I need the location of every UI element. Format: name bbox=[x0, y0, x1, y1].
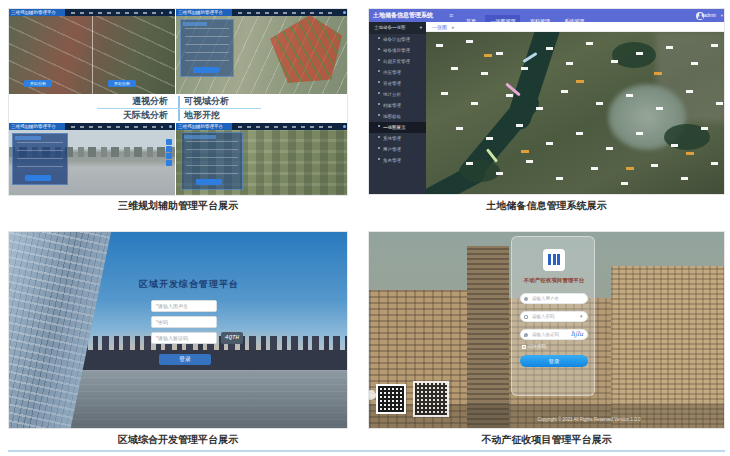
copyright-text: Copyright © 2021 All Rights Reserved Ver… bbox=[449, 417, 725, 422]
tool-button-1[interactable] bbox=[166, 139, 172, 145]
mini-navbar-title: 三维规划辅助管理平台 bbox=[9, 123, 65, 130]
login-button[interactable]: 登录 bbox=[520, 355, 588, 367]
captcha-image[interactable]: hjlu bbox=[566, 329, 588, 340]
label-sightline-analysis: 通视分析 bbox=[9, 95, 175, 108]
panel-run-button[interactable] bbox=[25, 175, 51, 181]
sidebar-item-plan[interactable]: 储备计划管理 bbox=[369, 34, 426, 45]
hamburger-icon[interactable]: ≡ bbox=[449, 9, 453, 22]
tool-button-4[interactable] bbox=[166, 160, 172, 166]
nav-coordinates-placeholder bbox=[71, 12, 163, 14]
sidebar-header[interactable]: 土地储备一张图 ▾ bbox=[369, 22, 426, 34]
login-button[interactable]: 登录 bbox=[159, 354, 211, 365]
user-name: admin bbox=[704, 9, 716, 22]
split-view-divider bbox=[92, 16, 93, 94]
label-skyline-analysis: 天际线分析 bbox=[9, 109, 175, 122]
sidebar-item-onemap[interactable]: 一张图展示 bbox=[369, 122, 426, 133]
breadcrumb-bar: 一张图 ▸ bbox=[426, 22, 725, 32]
panel-header bbox=[15, 136, 41, 140]
remember-checkbox[interactable] bbox=[522, 345, 526, 349]
nav-coordinates-placeholder bbox=[238, 12, 337, 14]
sidebar-item-supply[interactable]: 供应管理 bbox=[369, 67, 426, 78]
sidebar-header-caret-icon: ▾ bbox=[420, 22, 422, 34]
sidebar-item-users[interactable]: 用户管理 bbox=[369, 144, 426, 155]
login-card: 不动产征收项目管理平台 ▾ hjlu 记住密码 登录 bbox=[511, 236, 595, 396]
sidebar-item-predev[interactable]: 前期开发管理 bbox=[369, 56, 426, 67]
quadrant-sightline-analysis: 三维规划辅助管理平台 开始分析 开始分析 bbox=[9, 9, 175, 94]
nav-coordinates-placeholder bbox=[71, 126, 163, 128]
caption-regional-dev: 区域综合开发管理平台展示 bbox=[8, 433, 348, 447]
app-navbar: 土地储备信息管理系统 ≡ 首页 一张图管理 资料管理 系统管理 admin ▾ bbox=[369, 9, 725, 22]
username-input[interactable] bbox=[151, 300, 217, 312]
app-logo bbox=[543, 249, 565, 271]
sidebar-item-project[interactable]: 储备项目管理 bbox=[369, 45, 426, 56]
label-viewshed-analysis: 可视域分析 bbox=[184, 95, 229, 108]
shield-icon bbox=[524, 333, 528, 337]
screenshot-collage-page: 三维规划辅助管理平台 开始分析 开始分析 三维规划辅助管理平台 bbox=[0, 0, 730, 456]
sidebar-item-markup[interactable]: 地图标绘 bbox=[369, 111, 426, 122]
caption-3d-planning: 三维规划辅助管理平台展示 bbox=[8, 199, 348, 213]
map-label-scatter-orange bbox=[484, 54, 492, 57]
analysis-button-right[interactable]: 开始分析 bbox=[108, 80, 136, 87]
mini-navbar: 三维规划辅助管理平台 bbox=[9, 9, 175, 16]
tool-button-2[interactable] bbox=[166, 146, 172, 152]
horizontal-divider bbox=[97, 108, 261, 109]
tool-button-3[interactable] bbox=[166, 153, 172, 159]
user-menu-caret-icon[interactable]: ▾ bbox=[721, 9, 723, 22]
quadrant-skyline-analysis: 三维规划辅助管理平台 bbox=[9, 123, 175, 196]
forest-patch bbox=[460, 160, 500, 182]
terrain-settings-panel bbox=[181, 132, 243, 190]
panel-text-rows bbox=[17, 142, 63, 174]
mini-navbar-title: 三维规划辅助管理平台 bbox=[176, 123, 232, 130]
building-icon bbox=[548, 254, 560, 265]
label-terrain-excavation: 地形开挖 bbox=[184, 109, 220, 122]
mini-navbar-title: 三维规划辅助管理平台 bbox=[9, 9, 65, 16]
user-icon bbox=[524, 297, 528, 301]
satellite-map[interactable] bbox=[426, 32, 725, 195]
mini-navbar-title: 三维规划辅助管理平台 bbox=[176, 9, 232, 16]
analysis-button-left[interactable]: 开始分析 bbox=[24, 80, 52, 87]
panel-3d-planning-platform: 三维规划辅助管理平台 开始分析 开始分析 三维规划辅助管理平台 bbox=[8, 8, 348, 196]
nav-menu-icon[interactable] bbox=[169, 11, 172, 14]
map-tool-stack bbox=[166, 139, 172, 166]
panel-run-button[interactable] bbox=[196, 179, 222, 185]
sidebar-item-archive[interactable]: 档案管理 bbox=[369, 100, 426, 111]
forest-patch bbox=[664, 124, 710, 150]
login-title: 区域开发综合管理平台 bbox=[114, 278, 264, 290]
sidebar-item-roles[interactable]: 角色管理 bbox=[369, 155, 426, 166]
password-input[interactable] bbox=[151, 316, 217, 328]
username-input[interactable] bbox=[520, 293, 588, 304]
sidebar-item-stats[interactable]: 统计分析 bbox=[369, 89, 426, 100]
app-sidebar: 土地储备一张图 ▾ 储备计划管理 储备项目管理 前期开发管理 供应管理 资金管理… bbox=[369, 22, 426, 195]
panel-expropriation-login: 不动产征收项目管理平台 ▾ hjlu 记住密码 登录 Copyright © 2… bbox=[368, 231, 725, 429]
nav-coordinates-placeholder bbox=[238, 126, 337, 128]
panel-run-button[interactable] bbox=[193, 67, 219, 73]
breadcrumb[interactable]: 一张图 bbox=[432, 22, 447, 32]
nav-menu-icon[interactable] bbox=[343, 125, 346, 128]
forest-patch bbox=[612, 42, 656, 68]
password-caret-icon[interactable]: ▾ bbox=[580, 311, 583, 322]
remember-label: 记住密码 bbox=[528, 344, 546, 349]
sidebar-header-label: 土地储备一张图 bbox=[374, 25, 406, 30]
sidebar-item-funds[interactable]: 资金管理 bbox=[369, 78, 426, 89]
app-title: 土地储备信息管理系统 bbox=[373, 9, 433, 22]
mini-navbar: 三维规划辅助管理平台 bbox=[9, 123, 175, 130]
nav-menu-icon[interactable] bbox=[169, 125, 172, 128]
captcha-image[interactable]: 4QTH bbox=[221, 332, 243, 344]
skyline-info-panel bbox=[12, 133, 68, 185]
qr-code-dark bbox=[376, 384, 406, 414]
password-input[interactable] bbox=[520, 311, 588, 322]
qr-code-light bbox=[413, 381, 449, 417]
analysis-settings-panel bbox=[180, 19, 234, 77]
nav-menu-icon[interactable] bbox=[343, 11, 346, 14]
captcha-input[interactable] bbox=[151, 332, 217, 344]
bottom-accent-line bbox=[8, 450, 725, 452]
panel-header bbox=[183, 22, 207, 26]
quadrant-viewshed-analysis: 三维规划辅助管理平台 bbox=[176, 9, 348, 94]
sidebar-item-system[interactable]: 系统管理 bbox=[369, 133, 426, 144]
breadcrumb-caret-icon: ▸ bbox=[452, 22, 455, 32]
login-title: 不动产征收项目管理平台 bbox=[512, 277, 596, 284]
quadrant-terrain-excavation: 三维规划辅助管理平台 bbox=[176, 123, 348, 196]
analysis-label-band: 通视分析 可视域分析 天际线分析 地形开挖 bbox=[9, 94, 348, 123]
panel-text-rows bbox=[186, 141, 238, 179]
mini-navbar: 三维规划辅助管理平台 bbox=[176, 123, 348, 130]
